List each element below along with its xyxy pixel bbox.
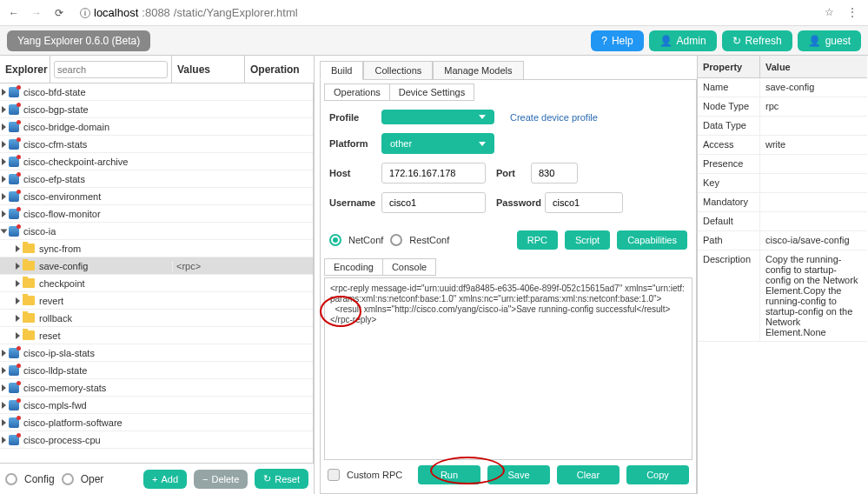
expand-icon[interactable] xyxy=(2,419,6,426)
subtab-device-settings[interactable]: Device Settings xyxy=(390,83,474,101)
module-icon xyxy=(9,122,19,132)
expand-icon[interactable] xyxy=(1,229,8,233)
host-input[interactable] xyxy=(381,163,486,184)
tree-node-label: cisco-bfd-state xyxy=(23,87,86,97)
tree-row[interactable]: cisco-environment xyxy=(0,188,313,205)
expand-icon[interactable] xyxy=(2,141,6,148)
clear-button[interactable]: Clear xyxy=(557,465,620,484)
xml-output[interactable]: <rpc-reply message-id="urn:uuid:df9a8485… xyxy=(324,277,692,460)
tree-node-label: revert xyxy=(39,296,63,306)
console-tab[interactable]: Console xyxy=(383,258,436,276)
tree-node-label: cisco-checkpoint-archive xyxy=(23,157,128,167)
custom-rpc-checkbox[interactable] xyxy=(328,469,340,481)
expand-icon[interactable] xyxy=(2,106,6,113)
tree-row[interactable]: save-config<rpc> xyxy=(0,257,313,275)
expand-icon[interactable] xyxy=(16,263,20,270)
url-bar[interactable]: i localhost:8088/static/YangExplorer.htm… xyxy=(75,6,816,19)
tab-manage-models[interactable]: Manage Models xyxy=(433,61,523,79)
run-button[interactable]: Run xyxy=(418,465,480,484)
tree-row[interactable]: revert xyxy=(0,292,313,310)
restconf-label: RestConf xyxy=(409,235,449,245)
tree-row[interactable]: cisco-efp-stats xyxy=(0,170,313,188)
module-icon xyxy=(9,174,19,184)
sub-tabs: Operations Device Settings xyxy=(324,83,692,101)
reload-icon[interactable]: ⟳ xyxy=(52,6,66,20)
restconf-radio[interactable] xyxy=(390,234,402,246)
tree-row[interactable]: rollback xyxy=(0,310,313,327)
expand-icon[interactable] xyxy=(16,245,20,252)
expand-icon[interactable] xyxy=(2,384,6,391)
tree-row[interactable]: cisco-bridge-domain xyxy=(0,118,313,136)
expand-icon[interactable] xyxy=(2,124,6,130)
add-button[interactable]: + Add xyxy=(143,470,187,489)
expand-icon[interactable] xyxy=(2,158,6,165)
admin-button[interactable]: 👤Admin xyxy=(649,30,717,51)
guest-button[interactable]: 👤guest xyxy=(798,30,861,51)
tree-row[interactable]: cisco-cfm-stats xyxy=(0,136,313,153)
property-value: cisco-ia/save-config xyxy=(760,231,867,250)
tree-row[interactable]: cisco-ia xyxy=(0,223,313,240)
copy-button[interactable]: Copy xyxy=(626,465,689,484)
expand-icon[interactable] xyxy=(16,332,20,339)
username-input[interactable] xyxy=(381,192,486,213)
rpc-button[interactable]: RPC xyxy=(517,230,558,250)
build-sub-panel: Operations Device Settings Profile Creat… xyxy=(320,80,697,494)
module-icon xyxy=(9,348,19,358)
folder-icon xyxy=(23,278,35,288)
help-button[interactable]: ?Help xyxy=(591,30,643,51)
tab-collections[interactable]: Collections xyxy=(363,61,433,79)
script-button[interactable]: Script xyxy=(565,230,610,250)
explorer-header: Explorer Values Operation xyxy=(0,56,314,83)
user-icon: 👤 xyxy=(659,35,673,47)
create-profile-link[interactable]: Create device profile xyxy=(510,112,598,123)
save-button[interactable]: Save xyxy=(487,465,550,484)
oper-radio[interactable] xyxy=(62,473,74,485)
tree-row[interactable]: reset xyxy=(0,327,313,344)
capabilities-button[interactable]: Capabilities xyxy=(617,230,687,250)
expand-icon[interactable] xyxy=(16,280,20,287)
port-input[interactable] xyxy=(531,163,578,184)
netconf-radio[interactable] xyxy=(329,234,341,246)
expand-icon[interactable] xyxy=(2,350,6,357)
search-input[interactable] xyxy=(54,61,168,78)
expand-icon[interactable] xyxy=(2,402,6,409)
expand-icon[interactable] xyxy=(2,437,6,444)
config-radio[interactable] xyxy=(5,473,17,485)
delete-button[interactable]: − Delete xyxy=(194,470,248,489)
tree-row[interactable]: cisco-flow-monitor xyxy=(0,205,313,223)
expand-icon[interactable] xyxy=(2,367,6,374)
forward-icon[interactable]: → xyxy=(30,6,43,20)
property-row: Default xyxy=(698,212,867,231)
tree-row[interactable]: cisco-bgp-state xyxy=(0,101,313,118)
tree-row[interactable]: sync-from xyxy=(0,240,313,257)
tree-row[interactable]: cisco-ip-sla-stats xyxy=(0,344,313,362)
back-icon[interactable]: ← xyxy=(7,6,21,20)
tree-row[interactable]: cisco-mpls-fwd xyxy=(0,397,313,414)
menu-dots-icon[interactable]: ⋮ xyxy=(847,6,861,20)
expand-icon[interactable] xyxy=(2,193,6,200)
platform-select[interactable]: other xyxy=(381,133,494,154)
encoding-tab[interactable]: Encoding xyxy=(324,258,383,276)
refresh-button[interactable]: ↻Refresh xyxy=(722,30,792,51)
tree-row[interactable]: cisco-checkpoint-archive xyxy=(0,153,313,170)
tab-build[interactable]: Build xyxy=(320,61,363,80)
tree-node-label: cisco-ip-sla-stats xyxy=(23,348,95,358)
tree-row[interactable]: cisco-platform-software xyxy=(0,414,313,431)
tree-row[interactable]: checkpoint xyxy=(0,275,313,292)
folder-icon xyxy=(23,330,35,340)
password-input[interactable] xyxy=(545,192,623,213)
tree-row[interactable]: cisco-memory-stats xyxy=(0,379,313,397)
expand-icon[interactable] xyxy=(2,210,6,217)
expand-icon[interactable] xyxy=(16,315,20,322)
reset-button[interactable]: ↻ Reset xyxy=(255,469,308,489)
url-port: :8088 xyxy=(142,6,170,19)
tree-row[interactable]: cisco-bfd-state xyxy=(0,83,313,101)
subtab-operations[interactable]: Operations xyxy=(324,83,390,101)
tree-row[interactable]: cisco-lldp-state xyxy=(0,362,313,379)
expand-icon[interactable] xyxy=(16,297,20,304)
expand-icon[interactable] xyxy=(2,176,6,183)
profile-select[interactable] xyxy=(381,110,494,124)
tree-row[interactable]: cisco-process-cpu xyxy=(0,431,313,449)
bookmark-icon[interactable]: ☆ xyxy=(825,6,838,20)
expand-icon[interactable] xyxy=(2,89,6,96)
